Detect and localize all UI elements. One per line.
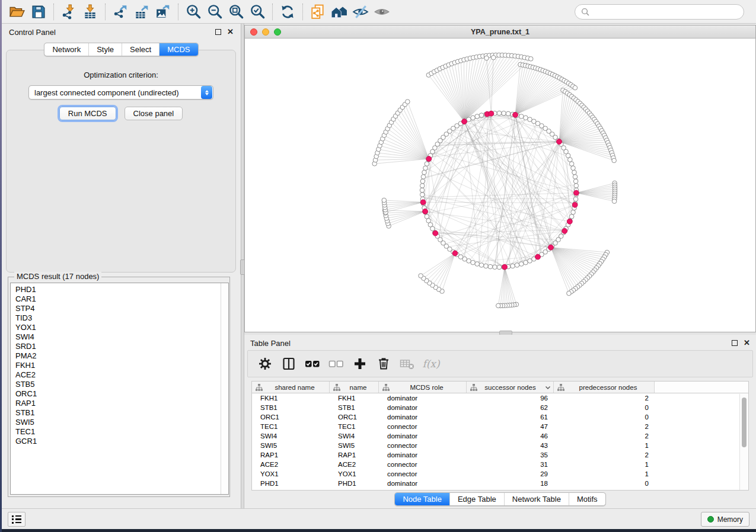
network-node[interactable] <box>569 214 574 219</box>
network-node[interactable] <box>573 197 578 201</box>
network-node[interactable] <box>467 117 471 122</box>
mcds-node[interactable] <box>562 228 567 233</box>
mcds-result-item[interactable]: SRD1 <box>15 342 228 351</box>
mcds-node[interactable] <box>452 251 458 256</box>
mcds-result-item[interactable]: RAP1 <box>15 399 228 408</box>
open-file-icon[interactable] <box>7 2 28 21</box>
network-node[interactable] <box>422 170 427 175</box>
leaf-node[interactable] <box>612 158 617 163</box>
network-node[interactable] <box>484 264 489 268</box>
column-header-shared-name[interactable]: shared name <box>252 382 330 393</box>
close-panel-icon[interactable]: ✕ <box>744 340 750 346</box>
mcds-node[interactable] <box>423 209 428 214</box>
tab-node-table[interactable]: Node Table <box>395 493 449 505</box>
leaf-node[interactable] <box>491 55 496 60</box>
mcds-node[interactable] <box>433 230 438 236</box>
add-column-icon[interactable] <box>350 353 370 374</box>
zoom-out-icon[interactable] <box>204 2 225 21</box>
leaf-node[interactable] <box>484 56 489 60</box>
network-node[interactable] <box>479 113 484 118</box>
hide-selected-icon[interactable] <box>350 2 371 21</box>
network-node[interactable] <box>479 263 484 268</box>
tab-network[interactable]: Network <box>44 43 88 56</box>
network-node[interactable] <box>572 170 577 175</box>
table-row[interactable]: SWI4SWI4dominator462 <box>252 431 748 441</box>
network-node[interactable] <box>506 111 511 116</box>
run-mcds-button[interactable]: Run MCDS <box>59 107 116 120</box>
network-node[interactable] <box>519 114 524 119</box>
first-neighbors-icon[interactable] <box>328 2 350 21</box>
mcds-node[interactable] <box>572 202 578 207</box>
mcds-result-item[interactable]: SWI5 <box>15 418 228 427</box>
network-node[interactable] <box>471 260 476 265</box>
save-session-icon[interactable] <box>28 2 49 21</box>
tab-style[interactable]: Style <box>88 43 122 56</box>
table-scrollbar[interactable] <box>739 394 748 491</box>
network-node[interactable] <box>571 166 576 171</box>
mcds-result-item[interactable]: FKH1 <box>15 361 228 370</box>
mcds-list-scrollbar[interactable] <box>221 283 228 494</box>
tab-network-table[interactable]: Network Table <box>504 493 569 505</box>
column-header-MCDS-role[interactable]: MCDS role <box>379 382 467 393</box>
import-network-icon[interactable] <box>58 2 79 21</box>
table-row[interactable]: FKH1FKH1dominator962 <box>252 393 748 403</box>
mcds-result-item[interactable]: STB5 <box>15 380 228 389</box>
mcds-node[interactable] <box>420 200 426 205</box>
mcds-result-item[interactable]: YOX1 <box>15 323 228 332</box>
network-node[interactable] <box>568 158 573 162</box>
network-node[interactable] <box>574 184 579 188</box>
network-node[interactable] <box>426 219 431 223</box>
float-panel-icon[interactable] <box>732 340 738 346</box>
network-node[interactable] <box>423 166 428 171</box>
leaf-node[interactable] <box>382 198 387 203</box>
scrollbar-thumb[interactable] <box>742 398 747 447</box>
column-header-predecessor-nodes[interactable]: predecessor nodes <box>554 382 655 393</box>
duplicate-network-icon[interactable] <box>307 2 328 21</box>
leaf-node[interactable] <box>406 100 410 104</box>
network-node[interactable] <box>420 184 425 188</box>
network-node[interactable] <box>573 179 578 184</box>
import-table-icon[interactable] <box>79 2 101 21</box>
export-network-icon[interactable] <box>110 2 131 21</box>
function-builder-icon[interactable]: f(x) <box>421 353 441 374</box>
show-all-icon[interactable] <box>371 2 393 21</box>
table-row[interactable]: ORC1ORC1dominator610 <box>252 412 748 422</box>
close-panel-button[interactable]: Close panel <box>125 107 183 120</box>
export-table-icon[interactable] <box>131 2 152 21</box>
close-panel-icon[interactable]: ✕ <box>227 29 234 35</box>
table-row[interactable]: RAP1RAP1dominator352 <box>252 450 748 460</box>
table-row[interactable]: SWI5SWI5connector431 <box>252 441 748 450</box>
optimization-criterion-dropdown[interactable]: largest connected component (undirected) <box>28 85 213 100</box>
network-node[interactable] <box>425 162 429 166</box>
leaf-node[interactable] <box>419 274 423 278</box>
zoom-selected-icon[interactable] <box>247 2 268 21</box>
network-node[interactable] <box>475 114 480 119</box>
delete-columns-icon[interactable] <box>374 353 394 374</box>
mcds-result-item[interactable]: ORC1 <box>15 389 228 399</box>
network-node[interactable] <box>420 188 425 193</box>
network-node[interactable] <box>420 179 425 184</box>
network-node[interactable] <box>528 259 532 264</box>
network-node[interactable] <box>573 175 578 180</box>
delete-table-icon[interactable] <box>397 353 417 374</box>
leaf-node[interactable] <box>573 85 578 90</box>
network-node[interactable] <box>497 111 502 116</box>
network-node[interactable] <box>511 264 515 268</box>
table-row[interactable]: ACE2ACE2connector311 <box>252 460 748 469</box>
leaf-node[interactable] <box>612 199 617 204</box>
show-columns-icon[interactable] <box>279 353 299 374</box>
network-node[interactable] <box>569 162 574 166</box>
network-node[interactable] <box>421 175 426 180</box>
select-all-icon[interactable] <box>302 353 323 374</box>
tab-edge-table[interactable]: Edge Table <box>449 493 504 505</box>
mcds-node[interactable] <box>567 219 572 224</box>
table-row[interactable]: STB1STB1dominator620 <box>252 403 748 412</box>
mcds-node[interactable] <box>548 245 554 250</box>
column-header-successor-nodes[interactable]: successor nodes <box>467 382 554 393</box>
leaf-node[interactable] <box>567 291 572 296</box>
network-window-titlebar[interactable]: YPA_prune.txt_1 <box>245 25 755 39</box>
tab-select[interactable]: Select <box>122 43 159 56</box>
mcds-node[interactable] <box>426 156 432 162</box>
mcds-result-item[interactable]: TID3 <box>15 313 228 323</box>
table-row[interactable]: YOX1YOX1connector291 <box>252 469 748 479</box>
